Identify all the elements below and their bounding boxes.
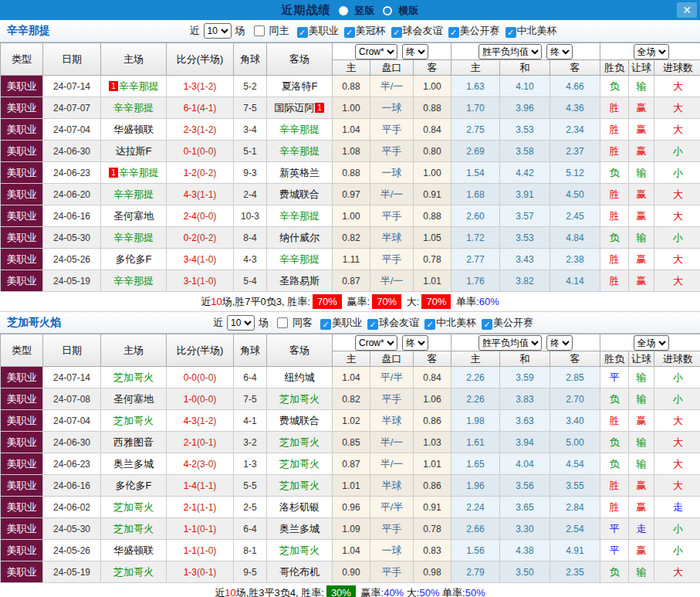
away-team-cell: 辛辛那提: [267, 205, 333, 227]
league-filter[interactable]: ✓中北美杯: [506, 25, 557, 36]
summary-segment: 大:: [404, 296, 419, 307]
result-wdl-cell: 平: [600, 540, 629, 561]
near-count-select[interactable]: 10: [204, 23, 232, 39]
result-goals-cell: 大: [654, 410, 700, 432]
fulltime-select[interactable]: 全场: [634, 335, 669, 351]
score-cell: 1-4(1-1): [167, 475, 234, 497]
league-filter[interactable]: ✓美公开赛: [448, 25, 500, 36]
col-type: 类型: [1, 334, 43, 367]
league-filter[interactable]: ✓球会友谊: [367, 317, 419, 328]
league-cell: 美职业: [1, 97, 43, 119]
result-goals-cell: 大: [654, 475, 700, 497]
avg-home-cell: 2.79: [451, 561, 500, 583]
near-count-select[interactable]: 10: [227, 315, 255, 331]
league-filter[interactable]: ✓中北美杯: [424, 317, 476, 328]
avg-draw-cell: 3.43: [500, 249, 550, 270]
layout-horizontal-radio[interactable]: [383, 6, 392, 15]
away-team-cell: 费城联合: [267, 410, 333, 432]
checkbox-checked-icon[interactable]: ✓: [297, 27, 308, 38]
league-filter[interactable]: ✓美冠杯: [344, 25, 386, 36]
same-venue-checkbox[interactable]: [254, 25, 265, 36]
col-odds-away: 客: [414, 351, 451, 367]
odds-away-cell: 0.88: [414, 205, 451, 227]
odds-away-cell: 1.00: [414, 162, 451, 184]
avg-source-select[interactable]: 胜平负均值: [479, 44, 542, 59]
league-filter[interactable]: ✓美职业: [320, 317, 362, 328]
avg-draw-cell: 3.59: [500, 367, 550, 388]
col-home: 主场: [101, 43, 167, 76]
match-row: 美职业24-06-16多伦多F1-4(1-1)5-5芝加哥火1.01半球0.86…: [1, 475, 700, 497]
avg-time-select[interactable]: 终: [546, 335, 573, 351]
team-label: 芝加哥火: [279, 436, 320, 448]
col-let: 让球: [629, 60, 654, 76]
date-cell: 24-06-23: [43, 162, 101, 184]
league-filter[interactable]: ✓美公开赛: [482, 317, 533, 328]
checkbox-checked-icon[interactable]: ✓: [506, 27, 516, 38]
avg-source-select[interactable]: 胜平负均值: [479, 335, 542, 351]
avg-away-cell: 4.66: [550, 76, 600, 97]
avg-away-cell: 4.50: [550, 184, 600, 205]
fulltime-select[interactable]: 全场: [634, 44, 669, 59]
avg-home-cell: 1.56: [451, 540, 500, 561]
close-icon[interactable]: ✕: [677, 2, 697, 18]
summary-segment: 近: [215, 587, 225, 597]
avg-home-cell: 1.70: [451, 97, 500, 119]
avg-away-cell: 2.37: [550, 141, 600, 162]
league-filter[interactable]: ✓球会友谊: [391, 25, 443, 36]
odds-home-cell: 0.97: [333, 184, 370, 205]
result-goals-cell: 大: [654, 432, 700, 453]
checkbox-checked-icon[interactable]: ✓: [320, 319, 331, 330]
odds-time-select[interactable]: 终: [402, 44, 428, 59]
result-handicap-cell: 赢: [629, 205, 654, 227]
layout-vertical-label: 竖版: [355, 5, 375, 16]
checkbox-checked-icon[interactable]: ✓: [344, 27, 355, 38]
handicap-cell: 平/半: [370, 497, 414, 518]
avg-away-cell: 2.45: [550, 205, 600, 227]
odds-source-select[interactable]: Crow*: [355, 44, 397, 59]
score-cell: 4-3(1-1): [167, 184, 234, 205]
result-wdl-cell: 胜: [600, 184, 629, 205]
league-filters: ✓美职业✓美冠杯✓球会友谊✓美公开赛✓中北美杯: [292, 24, 557, 38]
odds-away-cell: 0.86: [414, 410, 451, 432]
result-handicap-cell: 输: [629, 432, 654, 453]
odds-source-select[interactable]: Crow*: [355, 335, 397, 351]
avg-select-cell: 胜平负均值终: [451, 43, 600, 60]
away-team-cell: 纽约城: [267, 367, 333, 388]
result-goals-cell: 小: [654, 540, 700, 561]
date-cell: 24-06-02: [43, 497, 101, 518]
section-header: 辛辛那提 近 10 场 同主 ✓美职业✓美冠杯✓球会友谊✓美公开赛✓中北美杯: [0, 20, 700, 42]
avg-away-cell: 3.40: [550, 410, 600, 432]
avg-home-cell: 2.66: [451, 518, 500, 540]
match-row: 美职业24-05-19辛辛那提3-1(1-0)5-4圣路易斯0.87半/一1.0…: [1, 270, 700, 292]
result-goals-cell: 大: [654, 561, 700, 583]
col-avg-home: 主: [451, 60, 500, 76]
league-cell: 美职业: [1, 141, 43, 162]
result-goals-cell: 大: [654, 76, 700, 97]
checkbox-checked-icon[interactable]: ✓: [482, 319, 492, 330]
layout-vertical-radio[interactable]: [339, 6, 348, 15]
same-venue-checkbox[interactable]: [277, 317, 288, 328]
result-goals-cell: 小: [654, 518, 700, 540]
result-handicap-cell: 赢: [629, 540, 654, 561]
avg-home-cell: 1.54: [451, 162, 500, 184]
record-summary: 近10场,胜3平3负4, 胜率:30% 赢率:40% 大:50% 单率:50%: [0, 583, 700, 597]
neutral-mark-badge: 1: [109, 81, 118, 91]
handicap-cell: 半/一: [370, 453, 414, 475]
odds-time-select[interactable]: 终: [402, 335, 428, 351]
col-date: 日期: [43, 334, 101, 367]
odds-away-cell: 0.84: [414, 119, 451, 141]
league-cell: 美职业: [1, 475, 43, 497]
avg-draw-cell: 3.82: [500, 270, 550, 292]
league-cell: 美职业: [1, 518, 43, 540]
checkbox-checked-icon[interactable]: ✓: [424, 319, 435, 330]
summary-segment: 赢率:: [344, 296, 370, 307]
away-team-cell: 辛辛那提: [267, 249, 333, 270]
team-label: 辛辛那提: [119, 80, 159, 92]
checkbox-checked-icon[interactable]: ✓: [367, 319, 378, 330]
checkbox-checked-icon[interactable]: ✓: [448, 27, 459, 38]
league-filter[interactable]: ✓美职业: [297, 25, 339, 36]
handicap-cell: 半球: [370, 475, 414, 497]
checkbox-checked-icon[interactable]: ✓: [391, 27, 402, 38]
avg-time-select[interactable]: 终: [546, 44, 573, 59]
summary-segment: 赢率:: [358, 587, 384, 597]
